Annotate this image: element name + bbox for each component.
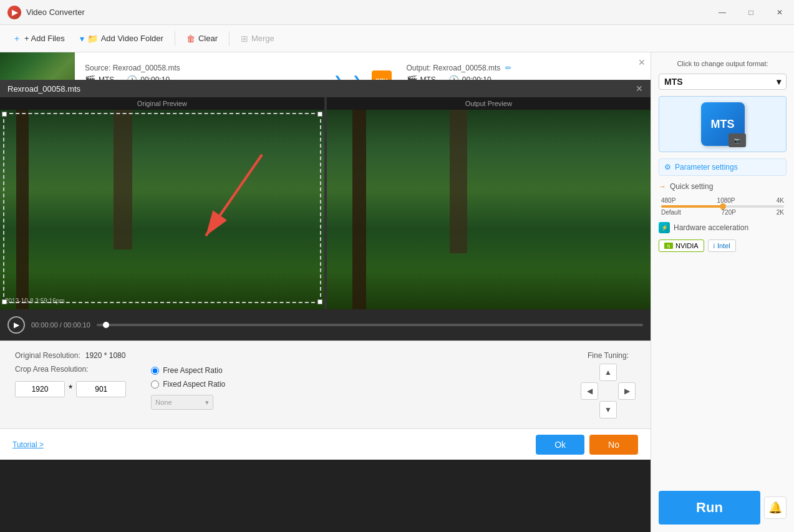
gpu-buttons: N NVIDIA i Intel [659, 239, 787, 252]
format-name: MTS [664, 77, 683, 87]
intel-icon: i [714, 243, 715, 249]
orig-res-value: 1920 * 1080 [85, 351, 126, 360]
alarm-icon: 🔔 [768, 501, 782, 515]
plus-icon: ＋ [12, 33, 21, 44]
fine-tuning-section: Fine Tuning: ▲ ◀ ▶ ▼ [581, 351, 636, 418]
edit-output-icon[interactable]: ✏ [505, 64, 511, 72]
multiply-symbol: * [69, 384, 72, 395]
merge-button[interactable]: ⊞ Merge [235, 31, 281, 47]
add-files-label: + Add Files [24, 34, 65, 43]
video-timestamp: 2013-10-8 3:59:16pm [5, 297, 65, 304]
chevron-down-icon: ▾ [80, 34, 84, 44]
crop-width-input[interactable] [15, 381, 65, 397]
run-area: Run 🔔 [659, 491, 787, 525]
crop-handle-tr[interactable] [317, 112, 322, 117]
crop-preview-area: Original Preview [0, 97, 651, 309]
fine-left-button[interactable]: ◀ [581, 382, 598, 400]
original-res-info: Original Resolution: 1920 * 1080 Crop Ar… [15, 351, 126, 397]
hw-accel-text: Hardware acceleration [674, 223, 748, 232]
output-preview-video [327, 110, 651, 309]
crop-dialog: Rexroad_00058.mts ✕ Original Preview [0, 80, 651, 532]
trash-icon: 🗑 [186, 34, 195, 44]
original-preview-panel: Original Preview [0, 97, 324, 309]
bottom-buttons: Ok No [536, 435, 638, 455]
crop-handle-br[interactable] [317, 299, 322, 304]
crop-dialog-filename: Rexroad_00058.mts [7, 84, 80, 94]
fixed-aspect-radio[interactable]: Fixed Aspect Ratio [151, 380, 225, 389]
nvidia-button[interactable]: N NVIDIA [659, 239, 704, 252]
quality-480p: 480P [661, 197, 675, 204]
intel-button[interactable]: i Intel [708, 239, 736, 252]
nvidia-label: NVIDIA [675, 242, 699, 249]
window-controls: — □ ✕ [708, 0, 794, 25]
fine-up-button[interactable]: ▲ [599, 364, 617, 381]
quality-720p: 720P [722, 209, 736, 216]
quality-fill [661, 205, 723, 208]
alarm-button[interactable]: 🔔 [764, 496, 787, 519]
main-toolbar: ＋ + Add Files ▾ 📁 Add Video Folder 🗑 Cle… [0, 25, 794, 52]
source-label: Source: Rexroad_00058.mts [85, 64, 319, 72]
quick-arrow-icon: → [659, 182, 666, 191]
aspect-none-select[interactable]: None ▾ [151, 395, 225, 410]
add-files-button[interactable]: ＋ + Add Files [6, 30, 71, 47]
param-settings-button[interactable]: ⚙ Parameter settings [659, 158, 787, 176]
merge-label: Merge [251, 34, 274, 43]
tutorial-link[interactable]: Tutorial > [12, 440, 44, 449]
toolbar-divider [175, 31, 175, 46]
crop-height-input[interactable] [76, 381, 126, 397]
progress-handle[interactable] [103, 322, 109, 328]
quality-track[interactable] [661, 205, 784, 208]
fine-tuning-label: Fine Tuning: [588, 351, 629, 360]
main-area: Source: Rexroad_00058.mts 🎬 MTS 🕐 00:00:… [0, 52, 794, 532]
maximize-button[interactable]: □ [737, 0, 765, 25]
no-button[interactable]: No [589, 435, 638, 455]
play-button[interactable]: ▶ [7, 316, 25, 334]
add-folder-button[interactable]: ▾ 📁 Add Video Folder [74, 31, 170, 47]
free-aspect-input[interactable] [151, 367, 159, 375]
quality-slider-container: 480P 1080P 4K Default 720P 2K [659, 197, 787, 216]
ok-button[interactable]: Ok [536, 435, 584, 455]
crop-handle-tl[interactable] [2, 112, 7, 117]
free-aspect-radio[interactable]: Free Aspect Ratio [151, 366, 225, 375]
fine-tuning-controls: ▲ ◀ ▶ ▼ [581, 364, 636, 418]
original-preview-video: 2013-10-8 3:59:16pm [0, 110, 324, 309]
fine-right-button[interactable]: ▶ [618, 382, 636, 400]
quality-handle[interactable] [720, 203, 726, 210]
param-icon: ⚙ [664, 163, 671, 172]
progress-bar[interactable] [97, 324, 643, 326]
close-button[interactable]: ✕ [765, 0, 794, 25]
quality-1080p: 1080P [717, 197, 735, 204]
output-bg-forest [327, 110, 651, 309]
orig-res-label: Original Resolution: [15, 351, 80, 360]
crop-area-label: Crop Area Resolution: [15, 365, 126, 374]
crop-dialog-titlebar: Rexroad_00058.mts ✕ [0, 80, 651, 97]
app-title: Video Converter [26, 7, 85, 17]
clear-button[interactable]: 🗑 Clear [180, 31, 224, 47]
merge-icon: ⊞ [241, 34, 248, 44]
toolbar-divider-2 [229, 31, 230, 46]
crop-close-button[interactable]: ✕ [636, 84, 643, 94]
fine-down-button[interactable]: ▼ [599, 401, 617, 418]
crop-input-group: * [15, 381, 126, 397]
aspect-dropdown[interactable]: None ▾ [151, 395, 213, 410]
output-tree1 [352, 110, 366, 309]
crop-overlay[interactable] [3, 113, 321, 303]
quality-4k: 4K [777, 197, 784, 204]
app-icon: ▶ [7, 6, 21, 19]
time-display: 00:00:00 / 00:00:10 [31, 321, 90, 329]
output-tree2 [450, 110, 467, 253]
output-label: Output: Rexroad_00058.mts ✏ [407, 64, 641, 72]
title-bar: ▶ Video Converter — □ ✕ [0, 0, 794, 25]
clear-label: Clear [198, 34, 218, 43]
crop-bottom-bar: Tutorial > Ok No [0, 428, 651, 460]
format-preview: MTS 📷 [659, 96, 787, 152]
format-dropdown-icon: ▾ [777, 77, 781, 87]
right-panel: Click to change output format: MTS ▾ MTS… [651, 52, 794, 532]
format-click-label: Click to change output format: [659, 60, 787, 67]
run-button[interactable]: Run [659, 491, 760, 525]
format-select-dropdown[interactable]: MTS ▾ [659, 74, 787, 90]
fixed-aspect-input[interactable] [151, 380, 159, 389]
file-close-button[interactable]: ✕ [638, 57, 646, 67]
minimize-button[interactable]: — [708, 0, 737, 25]
mts-icon: MTS 📷 [701, 102, 745, 146]
